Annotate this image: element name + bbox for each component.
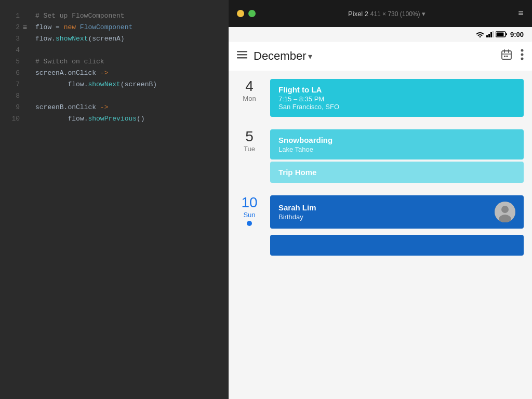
svg-rect-9 [237, 57, 247, 59]
event-title: Flight to LA [278, 85, 515, 94]
status-icons [476, 31, 507, 37]
svg-rect-6 [506, 33, 507, 35]
code-content: # Set up FlowComponent [30, 10, 125, 22]
device-menu-icon[interactable]: ≡ [518, 8, 524, 19]
day-number: 4 [237, 79, 262, 94]
svg-rect-1 [488, 34, 490, 37]
device-title: Pixel 2 411 × 730 (100%) ▾ [260, 10, 514, 18]
svg-rect-15 [507, 56, 508, 57]
phone-screen: 9:00 December ▾ [229, 27, 532, 399]
svg-rect-2 [490, 32, 492, 37]
svg-rect-0 [486, 35, 488, 37]
svg-point-18 [521, 58, 524, 60]
code-editor: 1 # Set up FlowComponent 2 ≡ flow = new … [0, 0, 229, 399]
avatar [495, 202, 515, 222]
day-section-4: 4 Mon Flight to LA 7:15 – 8:35 PM San Fr… [229, 71, 532, 121]
toolbar-dropdown-arrow[interactable]: ▾ [308, 51, 312, 61]
svg-point-17 [521, 54, 524, 56]
code-content: flow.showNext(screenA) [30, 33, 125, 45]
code-line-6: 6 screenA.onClick -> [0, 68, 229, 79]
events-column-5: Snowboarding Lake Tahoe Trip Home [270, 129, 524, 183]
day-name: Mon [237, 95, 262, 102]
event-title: Trip Home [278, 168, 515, 177]
device-frame: Pixel 2 411 × 730 (100%) ▾ ≡ [229, 0, 532, 399]
window-dot-green[interactable] [248, 10, 256, 17]
wifi-icon [476, 31, 484, 37]
line-number: 5 [4, 56, 20, 68]
signal-icon [486, 31, 494, 37]
day-label-4: 4 Mon [237, 79, 262, 102]
svg-rect-3 [493, 31, 494, 37]
day-section-10: 10 Sun Sarah Lim Birthday [229, 187, 532, 233]
code-line-8: 8 [0, 90, 229, 102]
day-label-10: 10 Sun [237, 195, 262, 226]
event-trip-home[interactable]: Trip Home [270, 162, 524, 183]
code-content: flow.showNext(screenB) [30, 79, 157, 90]
code-line-9: 9 screenB.onClick -> [0, 102, 229, 113]
day-label-5: 5 Tue [237, 129, 262, 153]
day-number: 10 [237, 195, 262, 210]
line-number: 2 [4, 22, 20, 33]
toolbar-icons [501, 49, 524, 63]
battery-icon [496, 31, 507, 37]
line-number: 9 [4, 102, 20, 113]
line-number: 3 [4, 33, 20, 45]
avatar-image [495, 202, 515, 222]
event-title: Snowboarding [278, 136, 515, 144]
svg-rect-10 [502, 51, 511, 59]
svg-rect-8 [237, 54, 247, 56]
window-dot-yellow[interactable] [237, 10, 244, 17]
event-title: Sarah Lim [278, 203, 316, 212]
event-subtitle: Birthday [278, 213, 316, 221]
code-line-1: 1 # Set up FlowComponent [0, 10, 229, 22]
calendar-content[interactable]: 4 Mon Flight to LA 7:15 – 8:35 PM San Fr… [229, 71, 532, 399]
code-line-7: 7 flow.showNext(screenB) [0, 79, 229, 90]
code-line-3: 3 flow.showNext(screenA) [0, 33, 229, 45]
partial-event-card[interactable] [270, 235, 524, 256]
line-number: 8 [4, 90, 20, 102]
more-options-icon[interactable] [521, 49, 524, 63]
event-card-content: Sarah Lim Birthday [278, 202, 515, 222]
event-flight-to-la[interactable]: Flight to LA 7:15 – 8:35 PM San Francisc… [270, 79, 524, 117]
toolbar-title: December ▾ [254, 49, 495, 63]
svg-rect-14 [504, 56, 506, 57]
day-section-5: 5 Tue Snowboarding Lake Tahoe Trip Home [229, 121, 532, 187]
svg-rect-5 [496, 33, 503, 36]
day-indicator [247, 221, 252, 226]
event-text: Sarah Lim Birthday [278, 203, 316, 221]
code-line-5: 5 # Switch on click [0, 56, 229, 68]
code-content: # Switch on click [30, 56, 104, 68]
status-bar: 9:00 [229, 27, 532, 42]
event-snowboarding[interactable]: Snowboarding Lake Tahoe [270, 129, 524, 159]
code-line-10: 10 flow.showPrevious() [0, 113, 229, 125]
status-time: 9:00 [510, 31, 524, 38]
code-line-2: 2 ≡ flow = new FlowComponent [0, 22, 229, 33]
day-name: Sun [237, 211, 262, 219]
event-location: San Francisco, SFO [278, 103, 515, 111]
app-toolbar: December ▾ [229, 42, 532, 71]
calendar-icon[interactable] [501, 49, 512, 63]
line-number: 4 [4, 45, 20, 56]
svg-point-16 [521, 49, 524, 52]
events-column-10: Sarah Lim Birthday [270, 195, 524, 229]
day-number: 5 [237, 129, 262, 144]
events-column-4: Flight to LA 7:15 – 8:35 PM San Francisc… [270, 79, 524, 117]
line-number: 7 [4, 79, 20, 90]
code-content: screenB.onClick -> [30, 102, 108, 113]
line-number: 10 [4, 113, 20, 125]
code-content: screenA.onClick -> [30, 68, 108, 79]
line-number: 1 [4, 10, 20, 22]
hamburger-menu-icon[interactable] [237, 49, 247, 63]
svg-rect-7 [237, 51, 247, 52]
event-subtitle: Lake Tahoe [278, 145, 515, 153]
code-content: flow = new FlowComponent [30, 22, 132, 33]
line-number: 6 [4, 68, 20, 79]
code-line-4: 4 [0, 45, 229, 56]
event-time: 7:15 – 8:35 PM [278, 95, 515, 103]
event-sarah-birthday[interactable]: Sarah Lim Birthday [270, 195, 524, 229]
device-title-bar: Pixel 2 411 × 730 (100%) ▾ ≡ [229, 0, 532, 27]
svg-point-20 [501, 206, 509, 213]
code-content: flow.showPrevious() [30, 113, 145, 125]
day-name: Tue [237, 145, 262, 153]
